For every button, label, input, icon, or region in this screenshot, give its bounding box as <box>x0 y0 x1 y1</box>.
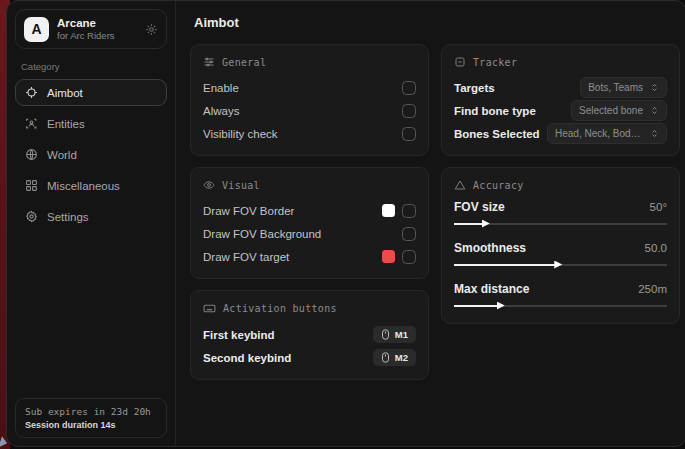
slider-fill <box>454 264 556 267</box>
setting-row-fov-border: Draw FOV Border <box>203 200 416 221</box>
setting-label: Draw FOV target <box>203 251 289 263</box>
sub-expiry-text: Sub expires in 23d 20h <box>25 406 157 417</box>
setting-label: Draw FOV Background <box>203 228 321 240</box>
dropdown-value: Head, Neck, Body, Fe.. <box>555 128 643 139</box>
right-column: Tracker Targets Bots, Teams <box>441 44 680 380</box>
slider-value: 50° <box>650 201 667 213</box>
focus-icon <box>454 56 466 68</box>
keybind-label: Second keybind <box>203 352 291 364</box>
tracker-row-targets: Targets Bots, Teams <box>454 77 667 98</box>
second-keybind-button[interactable]: M2 <box>373 349 416 366</box>
slider-fill <box>454 223 484 226</box>
fov-border-color-swatch[interactable] <box>382 204 395 217</box>
tracker-label: Find bone type <box>454 105 536 117</box>
setting-row-enable: Enable <box>203 77 416 98</box>
fov-target-checkbox[interactable] <box>402 250 416 264</box>
eye-icon <box>203 179 215 191</box>
tracker-row-bone-type: Find bone type Selected bone <box>454 100 667 121</box>
tracker-label: Bones Selected <box>454 128 540 140</box>
activation-buttons-card: Activation buttons First keybind M1 <box>190 290 429 380</box>
setting-label: Always <box>203 105 239 117</box>
unfold-icon <box>650 83 659 92</box>
brand-logo: A <box>24 17 49 42</box>
setting-label: Draw FOV Border <box>203 205 294 217</box>
card-header-label: Accuracy <box>473 180 524 191</box>
setting-label: Enable <box>203 82 239 94</box>
slider-block-fov-size: FOV size 50° <box>454 200 667 228</box>
triangle-icon <box>454 179 466 191</box>
card-header-label: Activation buttons <box>223 303 337 314</box>
tracker-label: Targets <box>454 82 495 94</box>
unfold-icon <box>650 106 659 115</box>
brand-subtitle: for Arc Riders <box>57 30 137 42</box>
visibility-check-checkbox[interactable] <box>402 127 416 141</box>
sidebar-item-settings[interactable]: Settings <box>15 203 167 230</box>
fov-target-color-swatch[interactable] <box>382 250 395 263</box>
sidebar-nav: Aimbot Entities World <box>15 79 167 230</box>
mouse-icon <box>381 352 390 363</box>
card-header-label: General <box>222 57 266 68</box>
fov-border-checkbox[interactable] <box>402 204 416 218</box>
main-panel: Aimbot General Enable <box>176 1 685 446</box>
dropdown-value: Bots, Teams <box>588 82 643 93</box>
slider-block-smoothness: Smoothness 50.0 <box>454 241 667 269</box>
smoothness-slider[interactable] <box>454 260 667 269</box>
page-title: Aimbot <box>194 15 672 30</box>
keybind-label: First keybind <box>203 329 275 341</box>
slider-fill <box>454 305 499 308</box>
setting-row-fov-background: Draw FOV Background <box>203 223 416 244</box>
crosshair-icon <box>25 86 38 99</box>
enable-checkbox[interactable] <box>402 81 416 95</box>
sidebar-item-world[interactable]: World <box>15 141 167 168</box>
keybind-value: M2 <box>395 352 408 363</box>
sidebar: A Arcane for Arc Riders Category <box>7 1 176 446</box>
keybind-row-first: First keybind M1 <box>203 324 416 345</box>
first-keybind-button[interactable]: M1 <box>373 326 416 343</box>
grid-icon <box>25 179 38 192</box>
card-header-label: Tracker <box>473 57 517 68</box>
keyboard-icon <box>203 302 216 315</box>
slider-thumb[interactable] <box>554 261 562 269</box>
setting-row-fov-target: Draw FOV target <box>203 246 416 267</box>
mouse-icon <box>381 329 390 340</box>
left-column: General Enable Always Visibility check <box>190 44 429 380</box>
subscription-footer: Sub expires in 23d 20h Session duration … <box>15 398 167 438</box>
sidebar-item-entities[interactable]: Entities <box>15 110 167 137</box>
max-distance-slider[interactable] <box>454 301 667 310</box>
slider-value: 250m <box>638 283 667 295</box>
fov-size-slider[interactable] <box>454 219 667 228</box>
setting-label: Visibility check <box>203 128 278 140</box>
slider-label: Max distance <box>454 282 529 296</box>
globe-icon <box>25 148 38 161</box>
visual-card: Visual Draw FOV Border Draw FOV Backgrou… <box>190 167 429 279</box>
bones-selected-dropdown[interactable]: Head, Neck, Body, Fe.. <box>547 123 667 144</box>
keybind-row-second: Second keybind M2 <box>203 347 416 368</box>
slider-label: Smoothness <box>454 241 526 255</box>
fov-background-checkbox[interactable] <box>402 227 416 241</box>
slider-label: FOV size <box>454 200 505 214</box>
always-checkbox[interactable] <box>402 104 416 118</box>
slider-block-max-distance: Max distance 250m <box>454 282 667 310</box>
setting-row-always: Always <box>203 100 416 121</box>
slider-thumb[interactable] <box>482 220 490 228</box>
sidebar-item-miscellaneous[interactable]: Miscellaneous <box>15 172 167 199</box>
bone-type-dropdown[interactable]: Selected bone <box>571 100 667 121</box>
brand-title: Arcane <box>57 16 137 30</box>
unfold-icon <box>650 129 659 138</box>
sidebar-item-label: World <box>47 149 77 161</box>
sync-gear-icon[interactable] <box>145 23 158 36</box>
session-duration-text: Session duration 14s <box>25 420 157 430</box>
sidebar-item-label: Miscellaneous <box>47 180 120 192</box>
sidebar-item-label: Entities <box>47 118 85 130</box>
category-label: Category <box>21 61 161 72</box>
targets-dropdown[interactable]: Bots, Teams <box>580 77 667 98</box>
slider-value: 50.0 <box>645 242 667 254</box>
slider-thumb[interactable] <box>497 302 505 310</box>
general-card: General Enable Always Visibility check <box>190 44 429 156</box>
brand-card: A Arcane for Arc Riders <box>15 9 167 49</box>
tracker-card: Tracker Targets Bots, Teams <box>441 44 680 156</box>
entities-icon <box>25 117 38 130</box>
sidebar-item-aimbot[interactable]: Aimbot <box>15 79 167 106</box>
sliders-icon <box>203 56 215 68</box>
dropdown-value: Selected bone <box>579 105 643 116</box>
